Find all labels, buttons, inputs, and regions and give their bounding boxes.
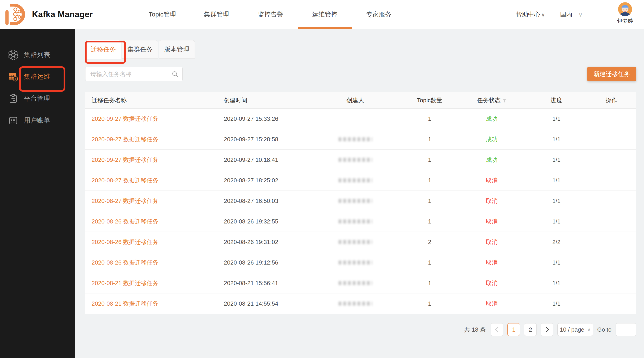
created-time: 2020-08-26 19:31:02 [218, 239, 308, 246]
chevron-down-icon: ∨ [578, 12, 582, 18]
topic-count: 1 [402, 280, 457, 287]
creator-cell [308, 136, 402, 143]
kafka-manager-logo-icon [5, 4, 28, 26]
region-dropdown[interactable]: 国内∨ [560, 0, 582, 29]
prev-page-button[interactable] [491, 323, 503, 336]
table-row: 2020-08-27 数据迁移任务2020-08-27 18:25:021取消1… [85, 170, 636, 191]
task-name-link[interactable]: 2020-08-26 数据迁移任务 [85, 218, 218, 225]
creator-cell [308, 300, 402, 307]
next-page-button[interactable] [541, 323, 553, 336]
task-name-link[interactable]: 2020-09-27 数据迁移任务 [85, 156, 218, 164]
task-name-link[interactable]: 2020-08-26 数据迁移任务 [85, 259, 218, 267]
sidebar-item-platform-management[interactable]: 平台管理 [0, 88, 75, 110]
sidebar-item-user-billing[interactable]: 用户账单 [0, 110, 75, 131]
search-icon[interactable] [172, 71, 179, 78]
creator-redacted-text [338, 281, 372, 285]
progress: 1/1 [526, 218, 587, 225]
task-name-link[interactable]: 2020-08-27 数据迁移任务 [85, 177, 218, 184]
goto-page-input[interactable] [616, 323, 636, 336]
chevron-down-icon: ∨ [541, 12, 545, 18]
help-center-dropdown[interactable]: 帮助中心∨ [516, 0, 545, 29]
created-time: 2020-08-27 18:25:02 [218, 177, 308, 184]
progress: 1/1 [526, 259, 587, 266]
created-time: 2020-08-21 15:56:41 [218, 280, 308, 287]
progress: 1/1 [526, 280, 587, 287]
sidebar-item-cluster-ops[interactable]: $ 集群运维 [0, 66, 75, 88]
left-sidebar: 集群列表 $ 集群运维 平台管理 [0, 29, 75, 358]
topic-count: 1 [402, 115, 457, 122]
col-creator: 创建人 [308, 96, 402, 104]
topic-count: 1 [402, 156, 457, 163]
total-count-label: 共 18 条 [464, 326, 486, 334]
table-row: 2020-08-21 数据迁移任务2020-08-21 14:55:541取消1… [85, 293, 636, 314]
creator-cell [308, 259, 402, 266]
creator-cell [308, 239, 402, 246]
nav-ops-control[interactable]: 运维管控 [298, 0, 352, 29]
task-status: 成功 [457, 156, 526, 164]
task-status: 取消 [457, 218, 526, 225]
table-row: 2020-08-27 数据迁移任务2020-08-27 16:50:031取消1… [85, 191, 636, 211]
col-task-name: 迁移任务名称 [85, 96, 218, 104]
progress: 1/1 [526, 300, 587, 307]
col-created-at: 创建时间 [218, 96, 308, 104]
progress: 1/1 [526, 136, 587, 143]
task-status: 成功 [457, 115, 526, 123]
topic-count: 1 [402, 259, 457, 266]
topic-count: 1 [402, 218, 457, 225]
task-name-link[interactable]: 2020-09-27 数据迁移任务 [85, 135, 218, 143]
nav-topic-management[interactable]: Topic管理 [135, 0, 190, 29]
tab-bar: 迁移任务 集群任务 版本管理 [85, 40, 196, 59]
page-button-2[interactable]: 2 [524, 323, 537, 336]
created-time: 2020-09-27 15:28:58 [218, 136, 308, 143]
task-name-link[interactable]: 2020-08-21 数据迁移任务 [85, 300, 218, 308]
task-search-input[interactable] [86, 67, 182, 81]
user-menu[interactable]: 包梦婷 [612, 2, 638, 24]
goto-label: Go to [597, 326, 612, 333]
sidebar-item-label: 集群运维 [24, 72, 50, 81]
hexagon-cluster-icon [8, 50, 18, 60]
task-status: 取消 [457, 197, 526, 205]
created-time: 2020-09-27 10:18:41 [218, 156, 308, 163]
task-name-link[interactable]: 2020-08-26 数据迁移任务 [85, 238, 218, 246]
billing-table-icon: $ [8, 72, 18, 82]
task-name-link[interactable]: 2020-08-27 数据迁移任务 [85, 197, 218, 205]
task-name-link[interactable]: 2020-09-27 数据迁移任务 [85, 115, 218, 123]
topic-count: 1 [402, 177, 457, 184]
tab-version-management[interactable]: 版本管理 [159, 40, 195, 59]
new-migration-task-button[interactable]: 新建迁移任务 [587, 67, 636, 81]
creator-redacted-text [338, 199, 372, 203]
tab-cluster-tasks[interactable]: 集群任务 [122, 40, 158, 59]
table-row: 2020-09-27 数据迁移任务2020-09-27 15:33:261成功1… [85, 109, 636, 129]
top-header: Kafka Manager Topic管理 集群管理 监控告警 运维管控 专家服… [0, 0, 644, 29]
creator-redacted-text [338, 137, 372, 141]
page-button-1[interactable]: 1 [507, 323, 520, 336]
filter-icon[interactable] [503, 99, 506, 103]
created-time: 2020-08-26 19:12:56 [218, 259, 308, 266]
created-time: 2020-09-27 15:33:26 [218, 115, 308, 122]
chevron-right-icon [544, 327, 549, 332]
task-status: 取消 [457, 177, 526, 184]
creator-redacted-text [338, 178, 372, 182]
task-status: 取消 [457, 300, 526, 308]
migration-task-table: 迁移任务名称 创建时间 创建人 Topic数量 任务状态 进度 操作 2020-… [85, 92, 636, 311]
topic-count: 2 [402, 239, 457, 246]
creator-cell [308, 177, 402, 184]
creator-redacted-text [338, 260, 372, 264]
nav-monitoring-alerts[interactable]: 监控告警 [244, 0, 298, 29]
task-name-link[interactable]: 2020-08-21 数据迁移任务 [85, 279, 218, 287]
app-title: Kafka Manager [32, 0, 93, 29]
nav-expert-service[interactable]: 专家服务 [352, 0, 406, 29]
creator-redacted-text [338, 240, 372, 244]
topic-count: 1 [402, 197, 457, 204]
progress: 2/2 [526, 239, 587, 246]
nav-cluster-management[interactable]: 集群管理 [190, 0, 244, 29]
topic-count: 1 [402, 136, 457, 143]
table-row: 2020-09-27 数据迁移任务2020-09-27 15:28:581成功1… [85, 129, 636, 150]
tab-migration-tasks[interactable]: 迁移任务 [85, 40, 121, 59]
creator-cell [308, 218, 402, 225]
progress: 1/1 [526, 177, 587, 184]
svg-text:$: $ [15, 77, 16, 81]
page-size-select[interactable]: 10 / page∨ [558, 323, 593, 336]
chevron-down-icon: ∨ [587, 327, 591, 333]
sidebar-item-cluster-list[interactable]: 集群列表 [0, 44, 75, 66]
